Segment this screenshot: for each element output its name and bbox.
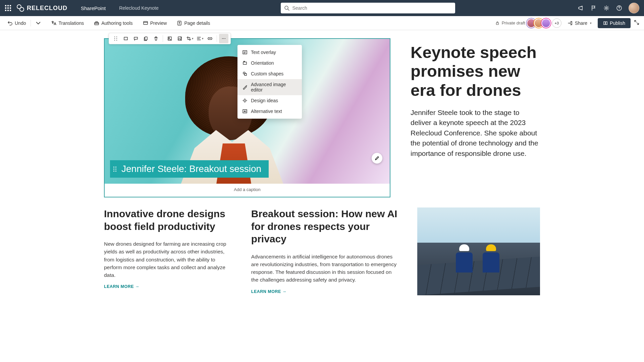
- chevron-down-icon: [36, 20, 41, 26]
- command-bar-right: Private draft +3 Share ▾ Publish: [495, 18, 639, 28]
- duplicate-button[interactable]: [141, 34, 151, 43]
- headline-block: Keynote speech promises new era for dron…: [411, 38, 540, 197]
- brand-text: RELECLOUD: [27, 5, 67, 12]
- share-button[interactable]: Share ▾: [565, 19, 594, 27]
- page-canvas: ▾ ▾ Text overlay Orientation: [0, 30, 644, 309]
- rectangle-button[interactable]: [121, 34, 130, 43]
- alt-text-icon: [242, 109, 248, 114]
- grip-icon: [114, 36, 117, 41]
- col1-learn-more-link[interactable]: LEARN MORE →: [104, 284, 231, 289]
- rectangle-icon: [123, 36, 128, 41]
- image-replace-button[interactable]: [175, 34, 184, 43]
- svg-point-11: [116, 37, 117, 37]
- col1-title[interactable]: Innovative drone designs boost field pro…: [104, 207, 231, 233]
- page-details-label: Page details: [184, 20, 210, 26]
- row-2: Innovative drone designs boost field pro…: [104, 207, 540, 295]
- svg-point-6: [179, 22, 180, 23]
- svg-point-26: [243, 72, 245, 74]
- column-1: Innovative drone designs boost field pro…: [104, 207, 231, 295]
- col1-body[interactable]: New drones designed for farming are incr…: [104, 240, 231, 279]
- suite-right: [578, 3, 639, 13]
- col2-title[interactable]: Breakout session: How new AI for drones …: [251, 207, 397, 245]
- separator: [163, 35, 163, 42]
- flag-icon[interactable]: [590, 5, 597, 11]
- presence-avatar-3[interactable]: [541, 18, 551, 28]
- search-input[interactable]: [292, 5, 452, 11]
- help-icon[interactable]: [616, 5, 623, 11]
- draft-label: Private draft: [502, 20, 525, 25]
- share-icon: [568, 20, 573, 26]
- undo-split-chevron[interactable]: [33, 19, 44, 27]
- menu-text-overlay[interactable]: Text overlay: [237, 47, 302, 58]
- link-button[interactable]: [205, 34, 215, 43]
- brand-logo[interactable]: RELECLOUD: [17, 4, 67, 12]
- crop-button[interactable]: ▾: [185, 34, 195, 43]
- orientation-icon: [242, 60, 248, 66]
- megaphone-icon[interactable]: [578, 5, 584, 11]
- side-image[interactable]: [417, 207, 540, 295]
- user-avatar[interactable]: [629, 3, 639, 13]
- delete-button[interactable]: [151, 34, 161, 43]
- more-button[interactable]: [219, 34, 228, 43]
- expand-button[interactable]: [634, 20, 639, 26]
- svg-point-21: [222, 38, 223, 39]
- search-box[interactable]: [281, 3, 455, 13]
- svg-rect-25: [243, 62, 247, 64]
- image-frame-selected[interactable]: ▾ ▾ Text overlay Orientation: [104, 38, 390, 197]
- svg-point-22: [223, 38, 224, 39]
- preview-button[interactable]: Preview: [140, 19, 170, 27]
- image-add-button[interactable]: [165, 34, 174, 43]
- presence-overflow[interactable]: +3: [552, 18, 561, 28]
- menu-orientation[interactable]: Orientation: [237, 58, 302, 68]
- menu-label: Text overlay: [251, 50, 276, 55]
- chevron-down-icon: ▾: [192, 37, 194, 40]
- svg-point-13: [116, 38, 117, 39]
- undo-label: Undo: [15, 20, 26, 26]
- comment-button[interactable]: [131, 34, 141, 43]
- translations-button[interactable]: Translations: [48, 19, 87, 27]
- app-launcher-icon[interactable]: [3, 3, 13, 13]
- text-overlay[interactable]: Jennifer Steele: Breakout session: [110, 160, 269, 178]
- publish-button[interactable]: Publish: [598, 18, 631, 28]
- image-icon: [167, 36, 172, 41]
- search-icon: [284, 5, 289, 11]
- edit-overlay-button[interactable]: [372, 153, 382, 164]
- article-headline[interactable]: Keynote speech promises new era for dron…: [411, 43, 540, 100]
- worker-2-illustration: [481, 244, 501, 275]
- crop-icon: [186, 36, 191, 41]
- align-icon: [197, 36, 201, 41]
- svg-point-1: [606, 7, 607, 9]
- undo-icon: [7, 20, 13, 26]
- lock-icon: [495, 21, 500, 25]
- chevron-down-icon: ▾: [202, 37, 204, 40]
- menu-label: Orientation: [251, 60, 274, 66]
- col2-learn-more-link[interactable]: LEARN MORE →: [251, 289, 397, 294]
- page-details-button[interactable]: Page details: [174, 19, 213, 27]
- menu-advanced-editor[interactable]: Advanced image editor: [237, 79, 302, 95]
- menu-alt-text[interactable]: Alternative text: [237, 106, 302, 117]
- align-button[interactable]: ▾: [195, 34, 205, 43]
- presence-facepile[interactable]: +3: [529, 18, 561, 28]
- article-lede[interactable]: Jennifer Steele took to the stage to del…: [411, 108, 540, 159]
- translations-label: Translations: [58, 20, 84, 26]
- menu-design-ideas[interactable]: Design ideas: [237, 95, 302, 106]
- product-name[interactable]: SharePoint: [81, 5, 106, 11]
- overlay-grip-icon[interactable]: [113, 167, 116, 172]
- comment-icon: [133, 36, 138, 41]
- divider: [31, 20, 31, 26]
- settings-icon[interactable]: [603, 5, 610, 11]
- publish-icon: [603, 21, 608, 25]
- preview-icon: [143, 20, 148, 26]
- svg-rect-17: [145, 37, 147, 40]
- undo-button[interactable]: Undo: [5, 19, 29, 27]
- authoring-tools-button[interactable]: Authoring tools: [91, 19, 135, 27]
- menu-custom-shapes[interactable]: Custom shapes: [237, 68, 302, 79]
- search-wrap: [159, 3, 578, 13]
- menu-label: Advanced image editor: [251, 82, 297, 93]
- image-webpart: ▾ ▾ Text overlay Orientation: [104, 38, 390, 197]
- col2-body[interactable]: Advancements in artificial intelligence …: [251, 253, 397, 284]
- row-1: ▾ ▾ Text overlay Orientation: [104, 38, 540, 197]
- drag-handle[interactable]: [111, 34, 120, 43]
- caption-input[interactable]: Add a caption: [105, 184, 390, 197]
- breadcrumb[interactable]: Relecloud Keynote: [119, 5, 159, 11]
